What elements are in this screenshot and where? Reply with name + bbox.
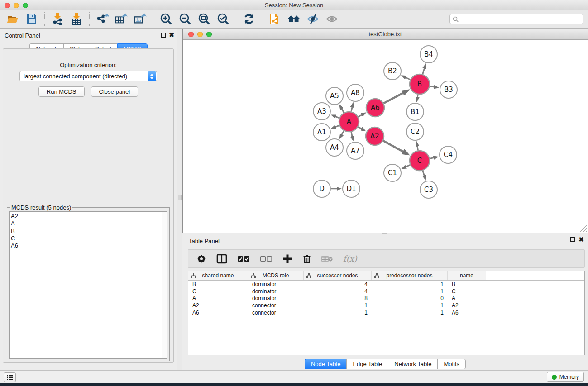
cell-name[interactable]: A6 [448, 310, 486, 316]
cell-MCDS-role[interactable]: dominator [248, 288, 304, 295]
cell-MCDS-role[interactable]: connector [248, 302, 304, 309]
cell-name[interactable]: B [448, 281, 486, 287]
show-column-icon[interactable] [216, 254, 227, 264]
cell-successor-nodes[interactable]: 1 [304, 310, 372, 316]
table-row[interactable]: Cdominator41C [188, 288, 584, 295]
add-row-icon[interactable] [282, 254, 292, 264]
mcds-result-item[interactable]: B [11, 228, 162, 235]
network-window-titlebar[interactable]: testGlobe.txt [183, 29, 588, 40]
import-table-icon[interactable] [70, 13, 83, 25]
cell-shared-name[interactable]: C [188, 288, 248, 295]
zoom-fit-icon[interactable] [198, 13, 210, 25]
mcds-result-scrollbar[interactable] [162, 211, 167, 359]
edge-C-C2[interactable] [417, 144, 418, 151]
network-minimize-button[interactable] [197, 32, 203, 37]
open-file-icon[interactable] [6, 13, 19, 25]
hide-graphics-details-icon[interactable] [306, 13, 319, 25]
cell-successor-nodes[interactable]: 4 [304, 288, 372, 295]
cell-name[interactable]: A [448, 295, 486, 301]
cell-name[interactable]: C [448, 288, 486, 295]
close-window-button[interactable] [5, 3, 10, 8]
cell-predecessor-nodes[interactable]: 1 [372, 310, 448, 316]
export-image-icon[interactable] [134, 13, 147, 25]
mcds-result-item[interactable]: C [11, 235, 162, 242]
edge-A-A6[interactable] [358, 114, 364, 117]
mcds-result-item[interactable]: A6 [11, 242, 162, 249]
cell-shared-name[interactable]: A [188, 295, 248, 301]
cell-name[interactable]: A2 [448, 302, 486, 309]
edge-C-C1[interactable] [404, 165, 410, 167]
mcds-result-list[interactable]: A2ABCA6 [9, 211, 162, 359]
edge-B-B4[interactable] [423, 66, 425, 74]
new-network-from-file-icon[interactable] [268, 13, 281, 25]
close-panel-button[interactable]: Close panel [91, 86, 139, 97]
select-all-icon[interactable] [237, 256, 250, 262]
cell-predecessor-nodes[interactable]: 0 [372, 295, 448, 301]
save-session-icon[interactable] [25, 13, 38, 25]
tab-network-table[interactable]: Network Table [388, 359, 437, 369]
edge-A-A2[interactable] [358, 127, 364, 130]
edge-C-C3[interactable] [423, 171, 425, 178]
home-view-icon[interactable] [287, 13, 300, 25]
import-network-icon[interactable] [51, 13, 64, 25]
node-table[interactable]: shared nameMCDS rolesuccessor nodesprede… [188, 271, 585, 355]
tab-motifs[interactable]: Motifs [437, 359, 466, 369]
search-input[interactable] [460, 16, 583, 22]
edge-A-A5[interactable] [340, 107, 344, 113]
column-header-shared-name[interactable]: shared name [188, 271, 248, 280]
cell-predecessor-nodes[interactable]: 1 [372, 302, 448, 309]
edge-B-B1[interactable] [417, 95, 418, 100]
edge-B-B2[interactable] [403, 76, 410, 80]
float-panel-icon[interactable] [161, 33, 166, 38]
column-header-name[interactable]: name [448, 271, 486, 280]
cell-shared-name[interactable]: B [188, 281, 248, 287]
cell-shared-name[interactable]: A2 [188, 302, 248, 309]
close-panel-icon[interactable]: ✖ [169, 33, 174, 38]
panel-divider[interactable] [177, 29, 182, 370]
edge-A-A4[interactable] [340, 131, 344, 137]
edge-A6-B[interactable] [384, 91, 406, 103]
edge-A-A8[interactable] [351, 105, 353, 111]
edge-A-A7[interactable] [351, 132, 353, 138]
cell-successor-nodes[interactable]: 4 [304, 281, 372, 287]
edge-B-B3[interactable] [430, 86, 437, 87]
cell-successor-nodes[interactable]: 8 [304, 295, 372, 301]
table-row[interactable]: A6connector11A6 [188, 309, 584, 316]
edge-A2-C[interactable] [383, 141, 406, 153]
show-panels-list-button[interactable] [4, 372, 16, 382]
criterion-dropdown[interactable]: largest connected component (directed) [19, 71, 157, 81]
table-row[interactable]: Adominator80A [188, 295, 584, 302]
table-row[interactable]: A2connector11A2 [188, 302, 584, 309]
zoom-in-icon[interactable] [160, 13, 172, 25]
network-zoom-button[interactable] [206, 32, 212, 37]
cell-MCDS-role[interactable]: dominator [248, 281, 304, 287]
cell-MCDS-role[interactable]: connector [248, 310, 304, 316]
edge-A-A3[interactable] [333, 116, 339, 118]
deselect-all-icon[interactable] [260, 256, 272, 262]
close-table-panel-icon[interactable]: ✖ [578, 237, 584, 242]
column-header-MCDS-role[interactable]: MCDS role [248, 271, 304, 280]
zoom-window-button[interactable] [23, 3, 28, 8]
zoom-out-icon[interactable] [179, 13, 191, 25]
settings-gear-icon[interactable] [196, 254, 206, 264]
edge-C-C4[interactable] [430, 157, 436, 158]
export-network-icon[interactable] [96, 13, 109, 25]
run-mcds-button[interactable]: Run MCDS [38, 86, 85, 97]
network-canvas[interactable]: B4B2BB3A8A5A6B1A3AC2A1A2A4A7C4CC1C3DD1 [183, 40, 588, 233]
delete-rows-icon[interactable] [302, 254, 311, 264]
float-table-panel-icon[interactable] [570, 237, 575, 242]
mcds-result-item[interactable]: A2 [11, 213, 162, 220]
window-resize-grip[interactable] [580, 225, 587, 232]
divider-grip[interactable] [178, 195, 182, 200]
memory-button[interactable]: Memory [547, 372, 584, 382]
tab-edge-table[interactable]: Edge Table [346, 359, 388, 369]
minimize-window-button[interactable] [14, 3, 19, 8]
tab-node-table[interactable]: Node Table [305, 359, 347, 369]
mcds-result-item[interactable]: A [11, 220, 162, 227]
zoom-selected-icon[interactable] [217, 13, 229, 25]
search-field[interactable] [449, 14, 583, 24]
cell-MCDS-role[interactable]: dominator [248, 295, 304, 301]
column-header-predecessor-nodes[interactable]: predecessor nodes [372, 271, 448, 280]
cell-predecessor-nodes[interactable]: 1 [372, 288, 448, 295]
cell-shared-name[interactable]: A6 [188, 310, 248, 316]
